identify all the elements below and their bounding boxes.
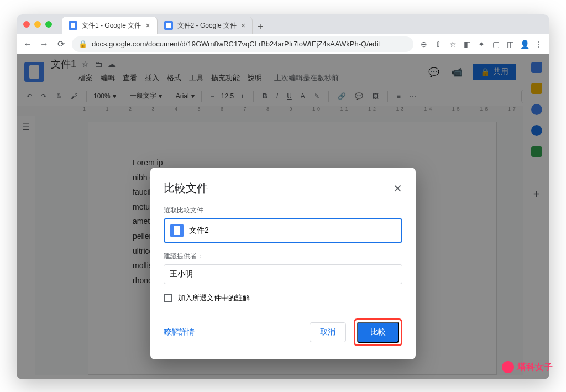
url-input[interactable]: 🔒 docs.google.com/document/d/19GWrn8wRC1… bbox=[72, 36, 413, 52]
tab-close-icon[interactable]: × bbox=[241, 21, 245, 30]
checkbox-label: 加入所選文件中的註解 bbox=[178, 293, 250, 303]
maximize-window-button[interactable] bbox=[45, 21, 52, 28]
reload-button[interactable]: ⟳ bbox=[55, 39, 66, 49]
close-window-button[interactable] bbox=[23, 21, 30, 28]
sidepanel-icon[interactable]: ◫ bbox=[505, 40, 515, 49]
forward-button[interactable]: → bbox=[39, 39, 50, 49]
cast-icon[interactable]: ▢ bbox=[491, 40, 501, 49]
watermark-icon bbox=[502, 361, 514, 373]
tab-title: 文件2 - Google 文件 bbox=[177, 21, 237, 30]
docs-app: 文件1 ☆ 🗀 ☁ 檔案 編輯 查看 插入 格式 工具 擴充功能 說明 上次編輯… bbox=[17, 54, 549, 379]
profile-icon[interactable]: 👤 bbox=[520, 40, 530, 49]
browser-window: 文件1 - Google 文件 × 文件2 - Google 文件 × + ← … bbox=[17, 14, 549, 379]
compare-button[interactable]: 比較 bbox=[357, 322, 399, 343]
browser-tab-active[interactable]: 文件1 - Google 文件 × bbox=[62, 17, 158, 34]
include-comments-checkbox[interactable] bbox=[164, 294, 172, 302]
suggester-input[interactable]: 王小明 bbox=[164, 264, 402, 284]
window-controls bbox=[23, 21, 52, 28]
dialog-title: 比較文件 bbox=[164, 181, 208, 196]
cancel-button[interactable]: 取消 bbox=[310, 322, 346, 342]
watermark-text: 塔科女子 bbox=[517, 362, 553, 373]
share-icon[interactable]: ⇧ bbox=[433, 40, 443, 49]
minimize-window-button[interactable] bbox=[34, 21, 41, 28]
extension-icon[interactable]: ◧ bbox=[462, 40, 472, 49]
puzzle-icon[interactable]: ✦ bbox=[476, 40, 486, 49]
selected-file-name: 文件2 bbox=[189, 226, 209, 236]
watermark: 塔科女子 bbox=[502, 361, 553, 373]
tab-title: 文件1 - Google 文件 bbox=[82, 21, 141, 30]
lock-icon: 🔒 bbox=[78, 40, 87, 48]
tab-bar: 文件1 - Google 文件 × 文件2 - Google 文件 × + bbox=[62, 14, 268, 34]
docs-favicon-icon bbox=[69, 21, 77, 30]
compare-documents-dialog: 比較文件 ✕ 選取比較文件 文件2 建議提供者： 王小明 加入所選文件中的註解 … bbox=[150, 168, 416, 359]
browser-tab[interactable]: 文件2 - Google 文件 × bbox=[158, 17, 253, 34]
titlebar: 文件1 - Google 文件 × 文件2 - Google 文件 × + bbox=[17, 14, 549, 34]
confirm-highlight: 比較 bbox=[354, 318, 402, 346]
bookmark-icon[interactable]: ☆ bbox=[448, 40, 458, 49]
browser-actions: ⊖ ⇧ ☆ ◧ ✦ ▢ ◫ 👤 ⋮ bbox=[419, 40, 544, 49]
docs-favicon-icon bbox=[164, 21, 173, 30]
menu-icon[interactable]: ⋮ bbox=[534, 40, 544, 49]
file-picker-input[interactable]: 文件2 bbox=[164, 218, 402, 243]
docs-file-icon bbox=[170, 224, 184, 237]
search-icon[interactable]: ⊖ bbox=[419, 40, 429, 49]
tab-close-icon[interactable]: × bbox=[145, 21, 150, 30]
learn-more-link[interactable]: 瞭解詳情 bbox=[164, 327, 195, 337]
address-bar: ← → ⟳ 🔒 docs.google.com/document/d/19GWr… bbox=[17, 34, 549, 54]
dialog-close-button[interactable]: ✕ bbox=[393, 182, 402, 195]
url-text: docs.google.com/document/d/19GWrn8wRC17v… bbox=[92, 40, 380, 48]
suggester-label: 建議提供者： bbox=[164, 252, 402, 261]
select-file-label: 選取比較文件 bbox=[164, 206, 402, 215]
back-button[interactable]: ← bbox=[22, 39, 33, 49]
new-tab-button[interactable]: + bbox=[253, 19, 268, 34]
